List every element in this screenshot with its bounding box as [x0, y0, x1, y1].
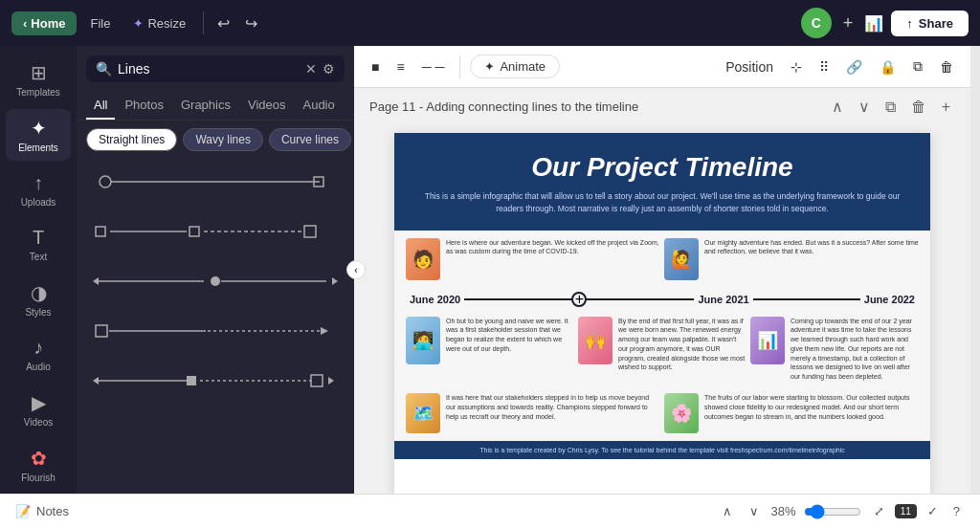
elements-icon: ✦ [31, 117, 47, 140]
tab-photos[interactable]: Photos [117, 92, 170, 120]
block2-text: Our mighty adventure has ended. But was … [704, 238, 919, 257]
sidebar-item-elements[interactable]: ✦ Elements [6, 109, 71, 161]
resize-button[interactable]: ✦ Resize [123, 11, 195, 35]
search-icon: 🔍 [96, 61, 112, 77]
timeline-mid-block-3: 📊 Coming up towards the end of our 2 yea… [750, 317, 919, 383]
timeline-dates-row: June 2020 + June 2021 June 2022 [394, 288, 930, 311]
block1-text: Here is where our adventure began. We ki… [446, 238, 660, 257]
animate-button[interactable]: ✦ Animate [470, 55, 560, 78]
page-num-badge: 11 [895, 504, 917, 518]
square-icon: ■ [371, 59, 379, 75]
sidebar-uploads-label: Uploads [21, 197, 56, 208]
svg-rect-13 [96, 325, 107, 337]
redo-button[interactable]: ↪ [239, 11, 263, 36]
animate-label: Animate [500, 59, 546, 74]
collapse-panel-button[interactable]: ‹ [346, 260, 366, 279]
canvas-area: ■ ≡ ─ ─ ✦ Animate Position ⊹ [354, 46, 970, 494]
canvas-container[interactable]: Our Project Timeline This is a simple in… [354, 125, 970, 494]
analytics-button[interactable]: 📊 [864, 14, 883, 33]
timeline-bottom-row: 🗺️ It was here that our stakeholders ste… [394, 387, 930, 441]
slide-subtitle: This is a simple infographic that will a… [417, 190, 907, 215]
bottom-bar: 📝 Notes ∧ ∨ 38% ⤢ 11 ✓ ? [0, 494, 980, 528]
notes-label: Notes [36, 504, 69, 518]
line-preview-svg-3 [86, 272, 345, 291]
page-delete-button[interactable]: 🗑 [906, 96, 931, 118]
zoom-in-button[interactable]: ∨ [745, 501, 764, 521]
timeline-mid-block-1: 🧑‍💻 Oh but to be young and naive we were… [406, 317, 574, 383]
clear-icon[interactable]: ✕ [305, 61, 317, 77]
svg-marker-17 [93, 377, 99, 385]
chip-curve-lines[interactable]: Curve lines [269, 128, 351, 151]
position-button[interactable]: Position [720, 55, 779, 78]
crop-button[interactable]: ⊹ [785, 55, 808, 78]
svg-rect-21 [311, 375, 323, 386]
tab-audio[interactable]: Audio [295, 92, 342, 120]
link-icon: 🔗 [846, 59, 862, 75]
page-title: Page 11 - Adding connecting lines to the… [369, 99, 638, 114]
check-button[interactable]: ✓ [923, 501, 943, 521]
square-tool-button[interactable]: ■ [366, 55, 385, 78]
right-scrollbar[interactable] [970, 46, 980, 494]
notes-button[interactable]: 📝 Notes [15, 504, 69, 518]
line-preview-5[interactable] [86, 365, 345, 396]
sidebar-item-flourish[interactable]: ✿ Flourish [6, 439, 71, 491]
illustration-3: 🧑‍💻 [406, 317, 440, 364]
tab-graphics[interactable]: Graphics [173, 92, 238, 120]
tab-all[interactable]: All [86, 92, 115, 120]
line-preview-3[interactable] [86, 266, 345, 297]
filter-icon[interactable]: ⚙ [323, 61, 335, 77]
share-button[interactable]: ↑ Share [891, 11, 969, 36]
search-bar: 🔍 ✕ ⚙ [86, 55, 345, 82]
zoom-out-button[interactable]: ∧ [718, 501, 737, 521]
add-collaborator-button[interactable]: + [839, 13, 858, 33]
page-header: Page 11 - Adding connecting lines to the… [354, 88, 970, 125]
slide[interactable]: Our Project Timeline This is a simple in… [394, 133, 930, 494]
page-collapse-down-button[interactable]: ∨ [854, 96, 875, 118]
sidebar-item-uploads[interactable]: ↑ Uploads [6, 165, 71, 215]
fullscreen-button[interactable]: ⤢ [869, 501, 889, 521]
sidebar-item-videos[interactable]: ▶ Videos [6, 384, 71, 435]
link-button[interactable]: 🔗 [840, 55, 868, 78]
svg-rect-7 [304, 226, 316, 237]
illustration-5: 📊 [750, 317, 785, 364]
timeline-dot-center: + [571, 292, 587, 307]
tab-videos[interactable]: Videos [240, 92, 294, 120]
delete-button[interactable]: 🗑 [934, 55, 959, 78]
page-collapse-up-button[interactable]: ∧ [827, 96, 848, 118]
lock-button[interactable]: 🔒 [874, 55, 902, 78]
page-copy-button[interactable]: ⧉ [880, 96, 901, 118]
zoom-label: 38% [771, 504, 796, 518]
sidebar-item-text[interactable]: T Text [6, 219, 71, 270]
line-style-button[interactable]: ─ ─ [416, 55, 451, 78]
sidebar-elements-label: Elements [18, 143, 58, 153]
file-button[interactable]: File [80, 11, 120, 35]
top-bar-right: C + 📊 ↑ Share [801, 8, 969, 38]
sidebar-text-label: Text [30, 252, 47, 262]
toolbar-divider [203, 11, 204, 34]
slide-body: 🧑 Here is where our adventure began. We … [394, 231, 930, 460]
undo-button[interactable]: ↩ [212, 11, 235, 36]
line-preview-1[interactable] [86, 166, 345, 197]
svg-marker-22 [328, 377, 334, 385]
zoom-slider[interactable] [804, 504, 861, 519]
chip-wavy-lines[interactable]: Wavy lines [183, 128, 263, 151]
timeline-mid-row: 🧑‍💻 Oh but to be young and naive we were… [394, 311, 930, 388]
grid-button[interactable]: ⠿ [813, 55, 835, 78]
grid-icon: ⠿ [819, 59, 829, 75]
chip-straight-lines[interactable]: Straight lines [86, 128, 177, 151]
sidebar-item-templates[interactable]: ⊞ Templates [6, 54, 71, 105]
duplicate-button[interactable]: ⧉ [907, 55, 928, 78]
flourish-icon: ✿ [31, 447, 47, 470]
help-button[interactable]: ? [948, 501, 965, 521]
line-preview-4[interactable] [86, 316, 345, 346]
timeline-top-row: 🧑 Here is where our adventure began. We … [394, 231, 930, 288]
search-input[interactable] [118, 61, 300, 77]
lines-tool-button[interactable]: ≡ [390, 55, 410, 78]
svg-point-9 [211, 276, 220, 286]
page-add-button[interactable]: + [937, 96, 955, 118]
bottom-actions: ⤢ 11 ✓ ? [869, 501, 965, 521]
home-button[interactable]: ‹ Home [11, 11, 77, 35]
sidebar-item-styles[interactable]: ◑ Styles [6, 274, 71, 325]
sidebar-item-audio[interactable]: ♪ Audio [6, 329, 71, 380]
line-preview-2[interactable] [86, 216, 345, 247]
